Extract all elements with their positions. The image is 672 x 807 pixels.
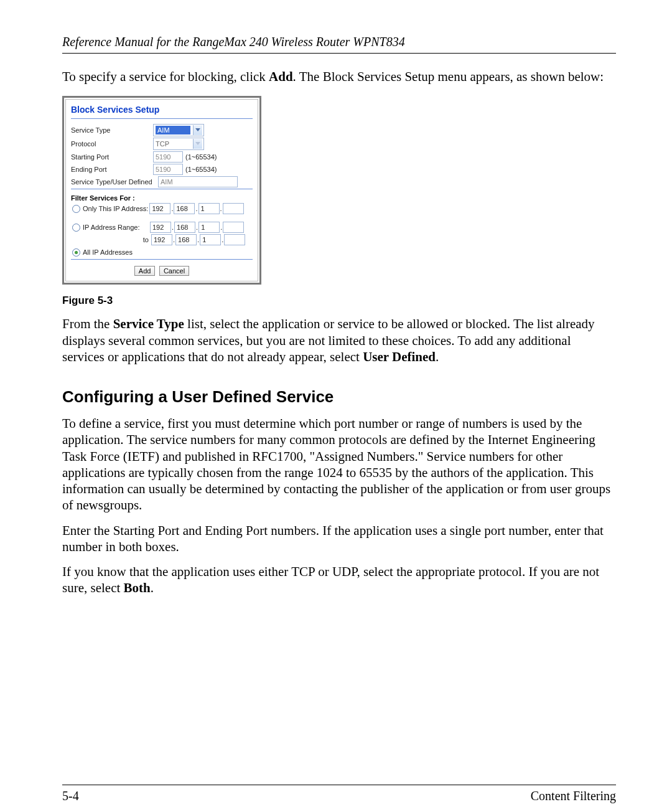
protocol-value: TCP	[156, 140, 190, 148]
add-button[interactable]: Add	[134, 266, 156, 276]
ip-octet-input[interactable]	[224, 234, 245, 245]
ip-octet-input[interactable]: 168	[175, 234, 197, 245]
ip-octet-input[interactable]: 192	[149, 203, 170, 214]
ip-range-from-group: 192. 168. 1.	[150, 222, 244, 233]
label-to: to	[71, 236, 151, 243]
label-protocol: Protocol	[71, 140, 153, 148]
ports-paragraph: Enter the Starting Port and Ending Port …	[62, 522, 616, 555]
service-type-select[interactable]: AIM	[153, 124, 204, 136]
user-defined-input[interactable]: AIM	[158, 176, 238, 187]
page-header: Reference Manual for the RangeMax 240 Wi…	[62, 35, 616, 49]
panel-rule	[71, 118, 253, 119]
port-range-hint: (1~65534)	[185, 153, 217, 161]
ip-octet-input[interactable]	[223, 222, 244, 233]
ip-octet-input[interactable]: 1	[198, 203, 220, 214]
label-starting-port: Starting Port	[71, 153, 153, 161]
ending-port-input[interactable]: 5190	[153, 164, 183, 175]
ip-octet-input[interactable]: 1	[198, 222, 220, 233]
ip-octet-input[interactable]: 192	[151, 234, 172, 245]
port-range-hint: (1~65534)	[185, 166, 217, 173]
protocol-paragraph: If you know that the application uses ei…	[62, 564, 616, 597]
panel-rule	[71, 189, 253, 189]
ip-octet-input[interactable]: 168	[174, 222, 195, 233]
panel-rule	[71, 259, 253, 260]
ip-octet-input[interactable]	[223, 203, 244, 214]
label-all-ip: All IP Addresses	[83, 248, 133, 256]
label-only-ip: Only This IP Address:	[83, 205, 148, 212]
intro-bold-add: Add	[269, 69, 293, 84]
section-heading: Configuring a User Defined Service	[62, 387, 616, 407]
intro-text: To specify a service for blocking, click	[62, 69, 269, 84]
label-service-type: Service Type	[71, 126, 153, 134]
radio-only-ip[interactable]	[72, 205, 80, 213]
ip-range-to-group: 192. 168. 1.	[151, 234, 245, 245]
intro-text-post: . The Block Services Setup menu appears,…	[293, 69, 604, 84]
cancel-button[interactable]: Cancel	[159, 266, 189, 276]
intro-paragraph: To specify a service for blocking, click…	[62, 68, 616, 85]
panel-title: Block Services Setup	[71, 105, 253, 115]
section-name: Content Filtering	[531, 789, 616, 803]
ip-octet-input[interactable]: 168	[174, 203, 195, 214]
starting-port-input[interactable]: 5190	[153, 151, 183, 163]
ip-octet-input[interactable]: 192	[150, 222, 171, 233]
label-ending-port: Ending Port	[71, 166, 153, 173]
only-ip-input-group: 192. 168. 1.	[149, 203, 243, 214]
header-rule	[62, 53, 616, 54]
label-ip-range: IP Address Range:	[83, 224, 150, 231]
protocol-select[interactable]: TCP	[153, 138, 204, 150]
radio-ip-range[interactable]	[72, 224, 80, 232]
page-number: 5-4	[62, 789, 79, 803]
ip-octet-input[interactable]: 1	[200, 234, 221, 245]
footer-rule	[62, 785, 616, 785]
footer-version: v1.0, November 2005	[62, 805, 616, 808]
filter-heading: Filter Services For :	[71, 194, 253, 202]
define-service-paragraph: To define a service, first you must dete…	[62, 415, 616, 514]
figure-caption: Figure 5-3	[62, 295, 616, 307]
block-services-screenshot: Block Services Setup Service Type AIM Pr…	[62, 96, 261, 285]
service-type-value: AIM	[156, 126, 190, 134]
radio-all-ip[interactable]	[72, 248, 80, 257]
footer-line: 5-4 Content Filtering	[62, 789, 616, 803]
chevron-down-icon	[193, 139, 202, 149]
label-user-defined: Service Type/User Defined	[71, 178, 158, 186]
chevron-down-icon	[193, 125, 202, 135]
service-type-paragraph: From the Service Type list, select the a…	[62, 316, 616, 365]
